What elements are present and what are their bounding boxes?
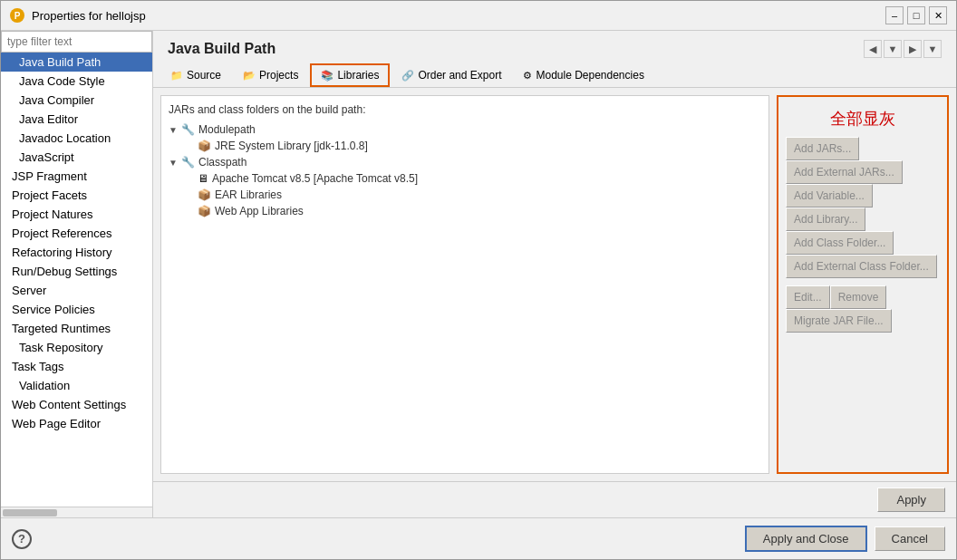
sidebar-item[interactable]: Run/Debug Settings <box>1 262 152 281</box>
button-spacer <box>786 278 940 285</box>
tree-icon: 🖥 <box>198 172 208 185</box>
close-button[interactable]: ✕ <box>929 6 947 24</box>
tab-module-dependencies[interactable]: ⚙Module Dependencies <box>513 64 653 86</box>
cancel-button[interactable]: Cancel <box>875 526 945 551</box>
app-icon: P <box>10 8 24 23</box>
tab-order-and-export[interactable]: 🔗Order and Export <box>392 64 511 86</box>
sidebar-item[interactable]: Task Tags <box>1 357 152 376</box>
sidebar-item[interactable]: Javadoc Location <box>1 129 152 148</box>
page-title: Java Build Path <box>168 41 276 57</box>
nav-arrows: ◀ ▼ ▶ ▼ <box>864 40 942 58</box>
tree-node[interactable]: ▼🔧Classpath🖥Apache Tomcat v8.5 [Apache T… <box>165 154 765 219</box>
minimize-button[interactable]: – <box>885 6 904 24</box>
action-btn-add-external-class-folder---[interactable]: Add External Class Folder... <box>786 255 937 278</box>
tree-label: Apache Tomcat v8.5 [Apache Tomcat v8.5] <box>212 172 418 185</box>
action-btn-add-jars---[interactable]: Add JARs... <box>786 137 859 160</box>
tree-node[interactable]: 📦Web App Libraries <box>181 203 765 219</box>
tab-projects[interactable]: 📂Projects <box>233 64 308 86</box>
tree-toggle: ▼ <box>169 125 181 135</box>
sidebar-scrollbar[interactable] <box>1 507 152 517</box>
tab-source[interactable]: 📁Source <box>160 64 231 86</box>
tree-icon: 🔧 <box>181 123 195 136</box>
tree-node[interactable]: ▼🔧Modulepath📦JRE System Library [jdk-11.… <box>165 121 765 154</box>
action-btn-add-external-jars---[interactable]: Add External JARs... <box>786 160 903 184</box>
sidebar-item[interactable]: Targeted Runtimes <box>1 319 152 338</box>
tab-label: Source <box>187 69 221 82</box>
tab-label: Order and Export <box>418 69 501 82</box>
apply-button[interactable]: Apply <box>877 488 945 512</box>
sidebar-item[interactable]: Validation <box>1 376 152 395</box>
tab-icon: 📁 <box>170 70 183 82</box>
forward-arrow-2[interactable]: ▼ <box>923 40 942 58</box>
tree-icon: 🔧 <box>181 156 195 169</box>
forward-arrow[interactable]: ▶ <box>904 40 922 58</box>
sidebar-item[interactable]: Server <box>1 281 152 300</box>
sidebar-item[interactable]: Service Policies <box>1 300 152 319</box>
tree-label: JRE System Library [jdk-11.0.8] <box>215 140 368 152</box>
titlebar-title: Properties for hellojsp <box>32 9 146 23</box>
sidebar-item[interactable]: Java Compiler <box>1 91 152 110</box>
sidebar-item[interactable]: Java Editor <box>1 110 152 129</box>
action-btn-add-library---[interactable]: Add Library... <box>786 208 865 231</box>
action-btn-migrate-jar-file---[interactable]: Migrate JAR File... <box>786 309 892 333</box>
tree-row[interactable]: 🖥Apache Tomcat v8.5 [Apache Tomcat v8.5] <box>181 170 765 187</box>
panel-header: Java Build Path ◀ ▼ ▶ ▼ <box>153 31 956 63</box>
tree-container: ▼🔧Modulepath📦JRE System Library [jdk-11.… <box>165 121 765 219</box>
back-arrow[interactable]: ◀ <box>864 40 882 58</box>
action-btn-add-variable---[interactable]: Add Variable... <box>786 184 873 208</box>
filter-input[interactable] <box>1 31 152 53</box>
sidebar-item[interactable]: Project References <box>1 224 152 243</box>
sidebar-item[interactable]: Task Repository <box>1 338 152 357</box>
sidebar-item[interactable]: JSP Fragment <box>1 167 152 186</box>
tab-icon: 📂 <box>243 70 256 82</box>
tree-description: JARs and class folders on the build path… <box>165 100 765 121</box>
tree-node[interactable]: 📦EAR Libraries <box>181 187 765 203</box>
main-content: Java Build PathJava Code StyleJava Compi… <box>1 31 956 517</box>
tree-icon: 📦 <box>198 205 211 217</box>
tree-node[interactable]: 📦JRE System Library [jdk-11.0.8] <box>181 138 765 154</box>
sidebar-item[interactable]: Project Facets <box>1 186 152 205</box>
scroll-thumb <box>3 509 57 517</box>
sidebar-item[interactable]: Java Code Style <box>1 72 152 91</box>
tree-icon: 📦 <box>198 140 211 152</box>
titlebar-controls[interactable]: – □ ✕ <box>885 6 947 24</box>
sidebar-item[interactable]: Web Content Settings <box>1 395 152 414</box>
tree-row[interactable]: 📦Web App Libraries <box>181 203 765 219</box>
tab-libraries[interactable]: 📚Libraries <box>310 63 390 87</box>
tree-row[interactable]: 📦EAR Libraries <box>181 187 765 203</box>
tree-row[interactable]: ▼🔧Classpath <box>165 154 765 170</box>
titlebar-left: P Properties for hellojsp <box>10 8 146 23</box>
note-text: 全部显灰 <box>786 104 940 133</box>
footer-bar: ? Apply and Close Cancel <box>1 517 956 559</box>
tab-icon: ⚙ <box>523 70 532 82</box>
footer-right: Apply and Close Cancel <box>745 526 945 552</box>
button-panel: 全部显灰 Add JARs...Add External JARs...Add … <box>777 95 949 474</box>
tabs-bar: 📁Source📂Projects📚Libraries🔗Order and Exp… <box>153 63 956 88</box>
sidebar: Java Build PathJava Code StyleJava Compi… <box>1 31 153 517</box>
tree-label: EAR Libraries <box>215 188 282 201</box>
tree-node[interactable]: 🖥Apache Tomcat v8.5 [Apache Tomcat v8.5] <box>181 170 765 187</box>
tree-toggle: ▼ <box>169 158 181 168</box>
panel-body: JARs and class folders on the build path… <box>153 88 956 481</box>
tab-label: Libraries <box>337 69 379 82</box>
back-arrow-2[interactable]: ▼ <box>884 40 902 58</box>
tree-children: 📦JRE System Library [jdk-11.0.8] <box>165 138 765 154</box>
sidebar-item[interactable]: Java Build Path <box>1 53 152 72</box>
action-btn-edit---[interactable]: Edit... <box>786 285 830 309</box>
sidebar-item[interactable]: JavaScript <box>1 148 152 167</box>
maximize-button[interactable]: □ <box>907 6 925 24</box>
bottom-bar: Apply <box>153 481 956 517</box>
action-btn-remove[interactable]: Remove <box>830 285 887 309</box>
sidebar-item[interactable]: Web Page Editor <box>1 414 152 433</box>
sidebar-item[interactable]: Project Natures <box>1 205 152 224</box>
tab-icon: 🔗 <box>401 70 414 82</box>
help-icon[interactable]: ? <box>12 529 32 549</box>
tree-row[interactable]: ▼🔧Modulepath <box>165 121 765 138</box>
titlebar: P Properties for hellojsp – □ ✕ <box>1 1 956 31</box>
tree-area: JARs and class folders on the build path… <box>160 95 769 474</box>
tab-label: Projects <box>259 69 298 82</box>
action-btn-add-class-folder---[interactable]: Add Class Folder... <box>786 231 894 255</box>
apply-close-button[interactable]: Apply and Close <box>745 526 867 552</box>
tree-row[interactable]: 📦JRE System Library [jdk-11.0.8] <box>181 138 765 154</box>
sidebar-item[interactable]: Refactoring History <box>1 243 152 262</box>
